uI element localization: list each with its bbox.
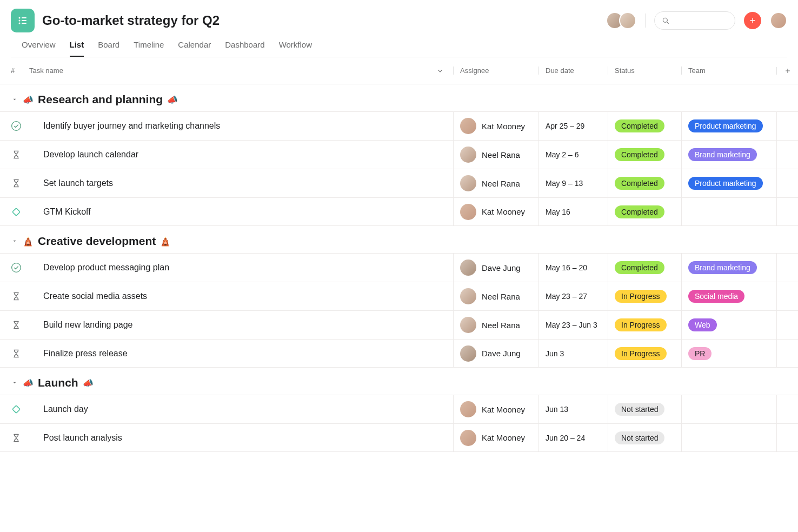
col-task[interactable]: Task name (29, 66, 453, 75)
status-cell[interactable]: Completed (608, 169, 681, 197)
team-pill[interactable]: Web (688, 318, 717, 331)
task-row[interactable]: Launch day Kat Mooney Jun 13 Not started (0, 395, 798, 423)
task-name[interactable]: Identify buyer journey and marketing cha… (29, 121, 453, 131)
status-cell[interactable]: Not started (608, 424, 681, 451)
task-row[interactable]: Develop launch calendar Neel Rana May 2 … (0, 140, 798, 169)
status-cell[interactable]: Completed (608, 141, 681, 169)
status-cell[interactable]: In Progress (608, 311, 681, 339)
task-status-icon[interactable] (11, 291, 29, 302)
due-date[interactable]: Apr 25 – 29 (538, 112, 608, 140)
assignee-cell[interactable]: Neel Rana (453, 141, 538, 169)
team-pill[interactable]: Brand marketing (688, 261, 757, 274)
team-pill[interactable]: Social media (688, 290, 744, 303)
tab-overview[interactable]: Overview (22, 40, 56, 57)
add-column-button[interactable] (776, 67, 798, 75)
section-caret-icon[interactable] (11, 379, 18, 387)
task-status-icon[interactable] (11, 348, 29, 359)
assignee-cell[interactable]: Neel Rana (453, 169, 538, 197)
assignee-cell[interactable]: Kat Mooney (453, 395, 538, 423)
team-cell[interactable]: Brand marketing (681, 141, 776, 169)
team-cell[interactable]: Brand marketing (681, 254, 776, 282)
team-pill[interactable]: Brand marketing (688, 148, 757, 161)
task-name[interactable]: Build new landing page (29, 320, 453, 330)
tab-list[interactable]: List (70, 40, 84, 57)
section-caret-icon[interactable] (11, 237, 18, 245)
due-date[interactable]: May 2 – 6 (538, 141, 608, 169)
section-caret-icon[interactable] (11, 96, 18, 103)
tab-dashboard[interactable]: Dashboard (225, 40, 264, 57)
task-status-icon[interactable] (11, 121, 29, 131)
status-pill[interactable]: Completed (615, 261, 664, 274)
task-row[interactable]: GTM Kickoff Kat Mooney May 16 Completed (0, 197, 798, 226)
task-row[interactable]: Identify buyer journey and marketing cha… (0, 111, 798, 140)
team-cell[interactable]: Social media (681, 282, 776, 310)
due-date[interactable]: May 23 – 27 (538, 282, 608, 310)
section-title[interactable]: Research and planning (38, 93, 163, 106)
team-cell[interactable] (681, 395, 776, 423)
task-name[interactable]: Finalize press release (29, 349, 453, 358)
add-button[interactable] (744, 12, 761, 29)
task-name[interactable]: Set launch targets (29, 178, 453, 188)
team-pill[interactable]: Product marketing (688, 119, 763, 132)
status-cell[interactable]: Completed (608, 254, 681, 282)
col-assignee[interactable]: Assignee (453, 66, 538, 75)
status-pill[interactable]: Completed (615, 177, 664, 190)
assignee-cell[interactable]: Neel Rana (453, 282, 538, 310)
assignee-cell[interactable]: Kat Mooney (453, 198, 538, 225)
task-row[interactable]: Develop product messaging plan Dave Jung… (0, 253, 798, 282)
search-box[interactable] (654, 11, 735, 30)
due-date[interactable]: May 23 – Jun 3 (538, 311, 608, 339)
status-pill[interactable]: In Progress (615, 318, 667, 331)
status-cell[interactable]: Completed (608, 198, 681, 225)
team-cell[interactable]: Web (681, 311, 776, 339)
due-date[interactable]: Jun 3 (538, 340, 608, 367)
due-date[interactable]: May 9 – 13 (538, 169, 608, 197)
col-team[interactable]: Team (681, 66, 776, 75)
col-due[interactable]: Due date (538, 66, 608, 75)
team-pill[interactable]: PR (688, 347, 711, 360)
task-name[interactable]: Create social media assets (29, 291, 453, 301)
assignee-cell[interactable]: Dave Jung (453, 340, 538, 367)
status-pill[interactable]: In Progress (615, 347, 667, 360)
due-date[interactable]: Jun 13 (538, 395, 608, 423)
task-row[interactable]: Create social media assets Neel Rana May… (0, 282, 798, 310)
task-row[interactable]: Set launch targets Neel Rana May 9 – 13 … (0, 169, 798, 197)
status-cell[interactable]: In Progress (608, 282, 681, 310)
section-title[interactable]: Creative development (38, 235, 156, 248)
assignee-cell[interactable]: Kat Mooney (453, 112, 538, 140)
tab-workflow[interactable]: Workflow (279, 40, 312, 57)
assignee-cell[interactable]: Neel Rana (453, 311, 538, 339)
task-name[interactable]: Launch day (29, 404, 453, 414)
due-date[interactable]: May 16 – 20 (538, 254, 608, 282)
task-name[interactable]: Post launch analysis (29, 433, 453, 443)
project-icon[interactable] (11, 9, 35, 32)
team-pill[interactable]: Product marketing (688, 177, 763, 190)
task-row[interactable]: Build new landing page Neel Rana May 23 … (0, 310, 798, 339)
task-status-icon[interactable] (11, 178, 29, 189)
assignee-cell[interactable]: Dave Jung (453, 254, 538, 282)
col-status[interactable]: Status (608, 66, 681, 75)
team-cell[interactable]: Product marketing (681, 112, 776, 140)
task-row[interactable]: Finalize press release Dave Jung Jun 3 I… (0, 339, 798, 368)
task-status-icon[interactable] (11, 262, 29, 273)
task-status-icon[interactable] (11, 207, 29, 217)
task-row[interactable]: Post launch analysis Kat Mooney Jun 20 –… (0, 423, 798, 452)
status-cell[interactable]: Completed (608, 112, 681, 140)
assignee-cell[interactable]: Kat Mooney (453, 424, 538, 451)
tab-calendar[interactable]: Calendar (178, 40, 211, 57)
status-pill[interactable]: Not started (615, 403, 664, 416)
members-stack[interactable] (610, 12, 636, 29)
task-name[interactable]: GTM Kickoff (29, 207, 453, 217)
task-status-icon[interactable] (11, 149, 29, 160)
team-cell[interactable]: PR (681, 340, 776, 367)
team-cell[interactable] (681, 198, 776, 225)
section-title[interactable]: Launch (38, 376, 78, 389)
status-cell[interactable]: Not started (608, 395, 681, 423)
status-cell[interactable]: In Progress (608, 340, 681, 367)
user-avatar[interactable] (770, 12, 787, 29)
status-pill[interactable]: Completed (615, 148, 664, 161)
search-input[interactable] (674, 16, 728, 25)
tab-board[interactable]: Board (98, 40, 119, 57)
task-name[interactable]: Develop launch calendar (29, 150, 453, 159)
task-status-icon[interactable] (11, 404, 29, 415)
